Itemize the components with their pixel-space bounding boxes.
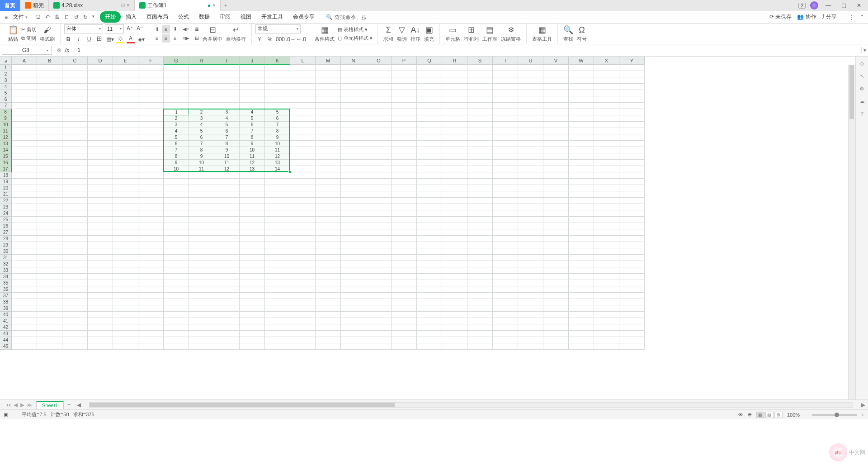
cell[interactable] bbox=[37, 280, 62, 286]
cell[interactable] bbox=[366, 122, 392, 128]
cell[interactable] bbox=[493, 147, 518, 153]
cell[interactable] bbox=[164, 337, 189, 343]
worksheet-button[interactable]: ▤工作表 bbox=[481, 25, 499, 43]
cell[interactable] bbox=[113, 331, 138, 337]
row-header[interactable]: 43 bbox=[0, 331, 12, 337]
cell[interactable] bbox=[265, 280, 290, 286]
cell[interactable]: 10 bbox=[164, 166, 189, 172]
cell[interactable] bbox=[113, 122, 138, 128]
cell[interactable] bbox=[240, 318, 265, 324]
cell[interactable] bbox=[164, 103, 189, 109]
cell[interactable] bbox=[12, 65, 37, 71]
row-header[interactable]: 27 bbox=[0, 229, 12, 236]
cell[interactable] bbox=[316, 337, 341, 343]
row-header[interactable]: 16 bbox=[0, 160, 12, 166]
cell[interactable] bbox=[290, 223, 316, 229]
notification-badge[interactable]: 2 bbox=[798, 3, 806, 9]
cell[interactable] bbox=[442, 299, 467, 305]
cell[interactable] bbox=[366, 267, 392, 274]
cell[interactable] bbox=[467, 109, 493, 115]
cell[interactable] bbox=[214, 312, 240, 318]
cell[interactable] bbox=[62, 185, 88, 191]
cell[interactable] bbox=[88, 65, 113, 71]
cell[interactable] bbox=[619, 185, 645, 191]
cell[interactable]: 9 bbox=[164, 160, 189, 166]
cell[interactable] bbox=[366, 223, 392, 229]
cell[interactable] bbox=[12, 331, 37, 337]
cell[interactable] bbox=[62, 223, 88, 229]
cell[interactable] bbox=[37, 293, 62, 299]
cell[interactable] bbox=[467, 147, 493, 153]
cell[interactable] bbox=[88, 223, 113, 229]
cell[interactable] bbox=[290, 236, 316, 242]
cell[interactable] bbox=[189, 324, 214, 331]
cell[interactable] bbox=[88, 305, 113, 312]
cell[interactable] bbox=[164, 248, 189, 255]
cell[interactable]: 4 bbox=[240, 109, 265, 115]
cell[interactable] bbox=[619, 217, 645, 223]
undo-round-icon[interactable]: ↶ bbox=[45, 14, 50, 20]
cell[interactable] bbox=[493, 204, 518, 210]
cell[interactable] bbox=[366, 312, 392, 318]
cell[interactable] bbox=[594, 280, 619, 286]
qat-dropdown[interactable]: ▾ bbox=[92, 14, 94, 20]
row-header[interactable]: 9 bbox=[0, 115, 12, 122]
cell[interactable] bbox=[290, 109, 316, 115]
cell[interactable] bbox=[493, 191, 518, 198]
cell[interactable] bbox=[265, 274, 290, 280]
cell[interactable] bbox=[594, 318, 619, 324]
cell[interactable] bbox=[316, 103, 341, 109]
settings-icon[interactable]: ⚙ bbox=[859, 86, 864, 92]
cell[interactable] bbox=[543, 324, 569, 331]
cell[interactable] bbox=[113, 141, 138, 147]
sheet-last-icon[interactable]: ⏭ bbox=[27, 402, 33, 408]
new-tab-button[interactable]: + bbox=[221, 2, 231, 9]
cell[interactable] bbox=[290, 305, 316, 312]
cell[interactable] bbox=[214, 217, 240, 223]
cell[interactable] bbox=[417, 141, 442, 147]
cell[interactable] bbox=[594, 274, 619, 280]
cell[interactable] bbox=[37, 286, 62, 293]
align-bottom-icon[interactable]: ⬇ bbox=[171, 25, 179, 33]
cell[interactable] bbox=[341, 204, 366, 210]
cell[interactable] bbox=[569, 77, 594, 84]
cell[interactable] bbox=[341, 172, 366, 179]
cell[interactable] bbox=[189, 280, 214, 286]
cell[interactable] bbox=[37, 217, 62, 223]
cell[interactable] bbox=[493, 109, 518, 115]
sum-button[interactable]: Σ求和 bbox=[382, 25, 395, 43]
cell[interactable] bbox=[417, 65, 442, 71]
cell[interactable] bbox=[37, 267, 62, 274]
cell[interactable] bbox=[493, 261, 518, 267]
cell[interactable] bbox=[392, 179, 417, 185]
cell[interactable] bbox=[214, 90, 240, 96]
cell[interactable] bbox=[138, 293, 164, 299]
cell[interactable] bbox=[493, 128, 518, 134]
cell[interactable] bbox=[164, 210, 189, 217]
cell[interactable] bbox=[594, 141, 619, 147]
cell[interactable] bbox=[543, 248, 569, 255]
cell[interactable] bbox=[290, 103, 316, 109]
cell[interactable] bbox=[138, 128, 164, 134]
cell[interactable] bbox=[316, 166, 341, 172]
col-header[interactable]: V bbox=[543, 57, 569, 65]
cell[interactable] bbox=[493, 248, 518, 255]
collab-button[interactable]: 👥 协作 bbox=[797, 13, 816, 21]
cell[interactable]: 11 bbox=[265, 147, 290, 153]
cell[interactable] bbox=[138, 236, 164, 242]
cell[interactable] bbox=[62, 210, 88, 217]
cell[interactable]: 6 bbox=[189, 134, 214, 141]
cell[interactable]: 8 bbox=[240, 134, 265, 141]
cell[interactable] bbox=[619, 96, 645, 103]
cell[interactable] bbox=[619, 166, 645, 172]
cell[interactable] bbox=[37, 179, 62, 185]
cell[interactable] bbox=[594, 337, 619, 343]
cell[interactable] bbox=[493, 267, 518, 274]
currency-icon[interactable]: ¥ bbox=[255, 35, 264, 43]
cell[interactable] bbox=[88, 210, 113, 217]
cell[interactable] bbox=[392, 312, 417, 318]
cell[interactable] bbox=[493, 324, 518, 331]
cell[interactable] bbox=[493, 172, 518, 179]
cell[interactable] bbox=[518, 147, 543, 153]
cell[interactable] bbox=[12, 312, 37, 318]
